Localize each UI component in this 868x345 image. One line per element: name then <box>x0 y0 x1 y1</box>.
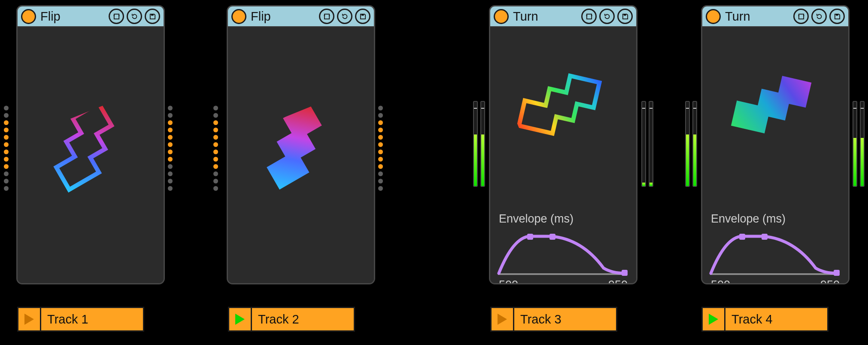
device-titlebar[interactable]: Flip <box>228 6 374 27</box>
level-meter <box>473 101 485 187</box>
titlebar-buttons <box>581 9 633 24</box>
level-dots <box>378 106 383 191</box>
envelope-editor[interactable] <box>708 229 841 277</box>
save-button[interactable] <box>617 9 633 24</box>
save-button[interactable] <box>355 9 370 24</box>
level-dots <box>213 106 219 191</box>
svg-marker-23 <box>731 67 811 141</box>
svg-rect-22 <box>835 14 838 15</box>
device-titlebar[interactable]: Flip <box>18 6 164 27</box>
device-enable-toggle[interactable] <box>706 9 721 24</box>
device-enable-toggle[interactable] <box>231 9 246 24</box>
svg-rect-25 <box>739 234 745 240</box>
device-visual-shape <box>243 98 358 202</box>
svg-rect-27 <box>834 270 840 276</box>
device-canvas: Envelope (ms) 500 950 <box>490 27 636 283</box>
track-name[interactable]: Track 1 <box>47 312 88 327</box>
expand-button[interactable] <box>319 9 334 24</box>
track-name[interactable]: Track 4 <box>731 312 773 327</box>
expand-button[interactable] <box>581 9 597 24</box>
refresh-button[interactable] <box>127 9 142 24</box>
refresh-button[interactable] <box>811 9 827 24</box>
envelope-editor[interactable] <box>496 229 628 277</box>
track-name[interactable]: Track 2 <box>258 312 299 327</box>
device-window: Flip <box>227 5 375 284</box>
device-titlebar[interactable]: Turn <box>702 6 848 27</box>
device-title: Turn <box>725 9 750 24</box>
track-slot[interactable]: Track 4 <box>701 307 829 332</box>
titlebar-buttons <box>109 9 160 24</box>
track-play-button[interactable] <box>18 308 41 330</box>
device-window: Flip <box>16 5 165 284</box>
device-canvas <box>18 27 164 283</box>
svg-rect-10 <box>586 14 591 18</box>
level-dots <box>4 106 9 191</box>
svg-rect-16 <box>527 234 533 240</box>
play-icon <box>709 314 718 325</box>
save-button[interactable] <box>829 9 845 24</box>
device-visual-shape <box>506 60 621 163</box>
svg-rect-0 <box>114 14 118 18</box>
svg-rect-3 <box>151 14 153 15</box>
device-canvas: Envelope (ms) 500 950 <box>702 27 848 283</box>
envelope-label: Envelope (ms) <box>499 212 574 226</box>
svg-marker-4 <box>39 103 129 189</box>
envelope-value-b[interactable]: 950 <box>820 278 840 284</box>
expand-button[interactable] <box>109 9 124 24</box>
envelope-value-a[interactable]: 500 <box>499 278 518 284</box>
track-play-button[interactable] <box>703 308 725 330</box>
device-canvas <box>228 27 374 283</box>
envelope-value-a[interactable]: 500 <box>711 278 730 284</box>
level-meter <box>641 101 653 187</box>
envelope-values: 500 950 <box>499 278 628 284</box>
envelope-label: Envelope (ms) <box>711 212 786 226</box>
track-slot[interactable]: Track 3 <box>490 307 617 332</box>
svg-rect-19 <box>798 14 803 18</box>
titlebar-buttons <box>793 9 845 24</box>
svg-rect-17 <box>549 234 555 240</box>
svg-rect-8 <box>361 14 364 15</box>
track-play-button[interactable] <box>492 308 514 330</box>
device-visual-shape <box>33 98 148 202</box>
device-title: Flip <box>40 9 61 24</box>
device-enable-toggle[interactable] <box>21 9 36 24</box>
track-play-button[interactable] <box>229 308 252 330</box>
level-dots <box>168 106 173 191</box>
device-title: Flip <box>251 9 271 24</box>
device-visual-shape <box>718 60 833 163</box>
play-icon <box>235 314 245 325</box>
device-window: Turn Envelope (ms) 500 950 <box>701 5 850 284</box>
track-name[interactable]: Track 3 <box>520 312 561 327</box>
track-slot[interactable]: Track 2 <box>228 307 355 332</box>
svg-marker-14 <box>519 67 599 141</box>
svg-marker-9 <box>249 103 339 189</box>
level-meter <box>853 101 865 187</box>
play-icon <box>24 314 34 325</box>
play-icon <box>498 314 507 325</box>
device-title: Turn <box>513 9 538 24</box>
device-titlebar[interactable]: Turn <box>490 6 636 27</box>
level-meter <box>685 101 697 187</box>
envelope-values: 500 950 <box>711 278 840 284</box>
svg-rect-5 <box>324 14 329 18</box>
svg-rect-26 <box>762 234 768 240</box>
refresh-button[interactable] <box>599 9 615 24</box>
expand-button[interactable] <box>793 9 809 24</box>
track-slot[interactable]: Track 1 <box>17 307 144 332</box>
envelope-value-b[interactable]: 950 <box>608 278 628 284</box>
save-button[interactable] <box>145 9 160 24</box>
device-window: Turn Envelope (ms) 500 <box>489 5 637 284</box>
svg-rect-13 <box>623 14 626 15</box>
svg-rect-18 <box>622 270 628 276</box>
titlebar-buttons <box>319 9 370 24</box>
device-enable-toggle[interactable] <box>494 9 509 24</box>
refresh-button[interactable] <box>337 9 352 24</box>
